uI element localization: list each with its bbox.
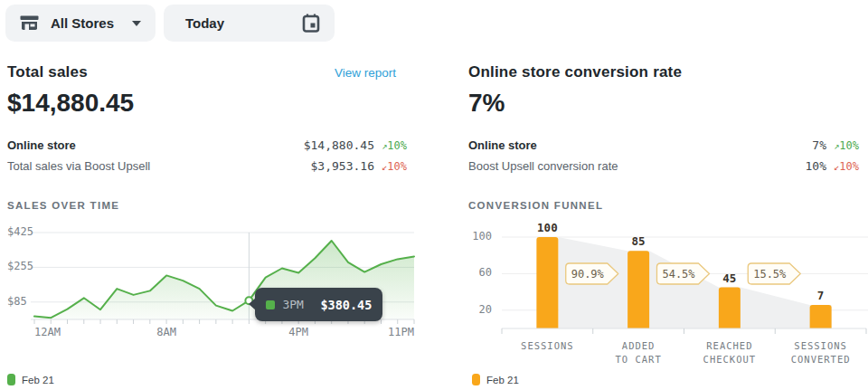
store-selector-label: All Stores [51,15,114,31]
funnel-chart-legend: Feb 21 [472,374,519,385]
conversion-rate-label: 54.5% [662,268,695,281]
funnel-bar[interactable] [810,305,832,328]
category-label: ADDEDTO CART [589,339,688,366]
funnel-bar[interactable] [719,288,741,328]
metric-value: 10% [806,159,826,173]
x-axis-label: 4PM [288,326,308,338]
analytics-dashboard: All Stores Today Total sales View report… [0,0,868,390]
metric-row-online-store: Online store 7% ↗10% [468,135,868,156]
metric-value: 7% [812,138,826,152]
conversion-rate-value: 7% [468,87,868,119]
conversion-funnel-header: CONVERSION FUNNEL [468,200,603,211]
funnel-bar[interactable] [627,251,649,328]
tooltip-series-chip [266,300,275,309]
change-badge: ↙10% [834,160,868,173]
total-sales-card: Total sales View report $14,880.45 Onlin… [7,63,416,176]
change-badge: ↗10% [834,139,868,152]
category-label: SESSIONSCONVERTED [771,339,868,366]
metric-value: $3,953.16 [311,159,374,173]
x-axis-label: 11PM [388,326,414,338]
sales-over-time-header: SALES OVER TIME [7,200,119,211]
store-icon [20,14,39,32]
bar-value-label: 7 [817,289,825,302]
date-selector-label: Today [185,15,224,31]
metric-row-boost-upsell: Boost Upsell conversion rate 10% ↙10% [468,156,868,176]
calendar-icon [302,13,320,33]
conversion-rate-label: 90.9% [571,268,605,281]
sales-line-svg [0,224,425,347]
bar-value-label: 100 [537,221,558,234]
total-sales-title: Total sales [7,63,88,81]
tooltip-time: 3PM [282,298,303,311]
date-selector-button[interactable]: Today [164,5,335,42]
chart-tooltip: 3PM$380.45 [255,288,382,321]
y-axis-label: 60 [468,266,492,279]
chevron-down-icon [132,21,141,26]
y-axis-label: $425 [7,225,33,238]
y-axis-label: 100 [468,230,492,243]
view-report-link[interactable]: View report [335,66,396,80]
category-label: REACHEDCHECKOUT [680,339,779,366]
funnel-bar-svg: 1008545790.9%54.5%15.5% [461,224,868,338]
legend-label: Feb 21 [486,375,519,385]
metric-row-boost-upsell: Total sales via Boost Upsell $3,953.16 ↙… [7,156,416,176]
change-badge: ↙10% [382,160,416,173]
metric-row-online-store: Online store $14,880.45 ↗10% [7,135,416,156]
total-sales-value: $14,880.45 [7,87,416,119]
sales-over-time-chart[interactable]: $425$255$8512AM8AM4PM11PM3PM$380.45 [0,224,425,369]
y-axis-label: $255 [7,260,33,272]
conversion-funnel-chart[interactable]: 1008545790.9%54.5%15.5%1006020SESSIONSAD… [461,224,868,369]
metric-value: $14,880.45 [304,138,374,152]
y-axis-label: $85 [7,295,27,308]
legend-label: Feb 21 [22,375,54,385]
conversion-rate-card: Online store conversion rate 7% Online s… [468,63,868,176]
y-axis-label: 20 [468,303,492,316]
bar-value-label: 45 [722,271,736,285]
conversion-rate-title: Online store conversion rate [468,63,682,81]
change-badge: ↗10% [382,139,416,152]
x-axis-label: 8AM [156,326,176,338]
x-axis-label: 12AM [34,326,61,338]
category-label: SESSIONS [497,339,597,353]
store-selector-button[interactable]: All Stores [5,5,156,42]
sales-chart-legend: Feb 21 [7,374,54,385]
tooltip-value: $380.45 [320,298,372,312]
legend-chip [7,374,15,385]
legend-chip [472,374,480,385]
bar-value-label: 85 [632,234,646,248]
conversion-rate-label: 15.5% [753,268,787,281]
funnel-bar[interactable] [536,237,558,328]
